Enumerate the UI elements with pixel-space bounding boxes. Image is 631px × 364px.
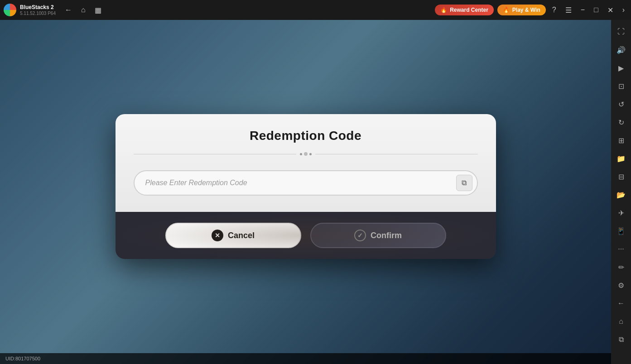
phone-sidebar-icon[interactable]: 📱 bbox=[613, 223, 629, 239]
play-icon: 🔥 bbox=[503, 7, 510, 13]
paste-button[interactable]: ⧉ bbox=[456, 175, 472, 191]
play-label: Play & Win bbox=[512, 7, 540, 13]
confirm-icon: ✓ bbox=[354, 230, 366, 241]
reward-label: Reward Center bbox=[450, 7, 488, 13]
refresh-sidebar-icon[interactable]: ↻ bbox=[613, 114, 629, 130]
back-nav-button[interactable]: ← bbox=[63, 4, 74, 16]
reward-center-button[interactable]: 🔥 Reward Center bbox=[435, 5, 494, 15]
fullscreen-icon[interactable]: ⛶ bbox=[613, 24, 629, 40]
dialog-top-section: Redemption Code ⧉ bbox=[116, 114, 496, 212]
close-button[interactable]: ✕ bbox=[605, 4, 616, 16]
divider-line-left bbox=[134, 154, 296, 154]
confirm-button[interactable]: ✓ Confirm bbox=[310, 223, 446, 248]
minimize-button[interactable]: − bbox=[578, 4, 588, 16]
recent-nav-button[interactable]: ▦ bbox=[93, 4, 103, 16]
files-sidebar-icon[interactable]: 📂 bbox=[613, 187, 629, 203]
modal-backdrop: Redemption Code ⧉ ✕ Cancel bbox=[0, 20, 611, 353]
video-icon[interactable]: ▶ bbox=[613, 60, 629, 76]
history-sidebar-icon[interactable]: ↺ bbox=[613, 96, 629, 112]
menu-button[interactable]: ☰ bbox=[563, 4, 574, 16]
dialog-divider bbox=[134, 152, 478, 156]
topbar-nav: ← ⌂ ▦ bbox=[63, 4, 103, 16]
more-sidebar-icon[interactable]: ··· bbox=[613, 241, 629, 257]
cancel-button[interactable]: ✕ Cancel bbox=[165, 223, 301, 248]
paste-icon: ⧉ bbox=[462, 179, 467, 187]
home-sidebar-icon[interactable]: ⌂ bbox=[613, 313, 629, 330]
right-sidebar: ⛶ 🔊 ▶ ⊡ ↺ ↻ ⊞ 📁 ⊟ 📂 ✈ 📱 ··· ✏ ⚙ ← ⌂ ⧉ bbox=[611, 20, 631, 364]
topbar-actions: 🔥 Reward Center 🔥 Play & Win ? ☰ − □ ✕ › bbox=[435, 4, 627, 16]
uid-display: UID:801707500 bbox=[5, 356, 40, 361]
screenshot-sidebar-icon[interactable]: ⊟ bbox=[613, 168, 629, 185]
topbar: BlueStacks 2 5.11.52.1003 P64 ← ⌂ ▦ 🔥 Re… bbox=[0, 0, 631, 20]
confirm-label: Confirm bbox=[371, 231, 402, 240]
app-info: BlueStacks 2 5.11.52.1003 P64 bbox=[20, 4, 56, 15]
volume-icon[interactable]: 🔊 bbox=[613, 42, 629, 58]
airplane-sidebar-icon[interactable]: ✈ bbox=[613, 205, 629, 221]
divider-line-right bbox=[315, 154, 478, 154]
divider-dot-2 bbox=[304, 152, 308, 156]
status-bar: UID:801707500 bbox=[0, 353, 611, 364]
cancel-label: Cancel bbox=[228, 231, 255, 240]
reward-icon: 🔥 bbox=[440, 7, 447, 13]
copy-sidebar-icon[interactable]: ⧉ bbox=[613, 331, 629, 348]
play-win-button[interactable]: 🔥 Play & Win bbox=[497, 5, 546, 15]
bluestacks-logo bbox=[4, 4, 16, 16]
divider-dots bbox=[300, 152, 312, 156]
apps-sidebar-icon[interactable]: ⊞ bbox=[613, 132, 629, 148]
app-name: BlueStacks 2 bbox=[20, 4, 56, 10]
camera-sidebar-icon[interactable]: ⊡ bbox=[613, 78, 629, 94]
edit-sidebar-icon[interactable]: ✏ bbox=[613, 259, 629, 275]
redemption-dialog: Redemption Code ⧉ ✕ Cancel bbox=[116, 114, 496, 259]
input-wrapper: ⧉ bbox=[134, 170, 478, 196]
dialog-bottom-section: ✕ Cancel ✓ Confirm bbox=[116, 212, 496, 259]
back-sidebar-icon[interactable]: ← bbox=[613, 295, 629, 311]
help-button[interactable]: ? bbox=[549, 4, 559, 16]
app-version: 5.11.52.1003 P64 bbox=[20, 11, 56, 16]
home-nav-button[interactable]: ⌂ bbox=[79, 4, 87, 16]
redemption-code-input[interactable] bbox=[134, 170, 478, 196]
settings-sidebar-icon[interactable]: ⚙ bbox=[613, 277, 629, 293]
divider-dot-3 bbox=[309, 153, 312, 155]
cancel-icon: ✕ bbox=[212, 230, 223, 241]
dialog-title: Redemption Code bbox=[134, 129, 478, 143]
maximize-button[interactable]: □ bbox=[591, 4, 601, 16]
folder-sidebar-icon[interactable]: 📁 bbox=[613, 150, 629, 167]
expand-topbar-button[interactable]: › bbox=[620, 4, 627, 16]
divider-dot-1 bbox=[300, 153, 302, 155]
